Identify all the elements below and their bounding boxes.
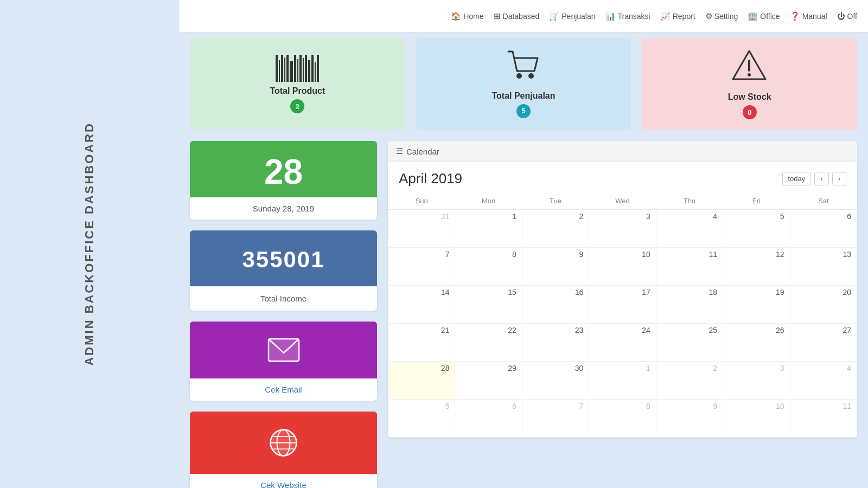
total-penjualan-badge: 5 — [516, 104, 531, 118]
calendar-day-cell[interactable]: 9 — [522, 248, 589, 286]
calendar-day-cell[interactable]: 2 — [656, 362, 723, 400]
nav-databased[interactable]: ⊞ Databased — [494, 11, 540, 21]
nav-off[interactable]: ⏻ Off — [837, 11, 857, 21]
calendar-day-cell[interactable]: 23 — [522, 324, 589, 362]
globe-icon — [269, 428, 298, 458]
calendar-day-cell[interactable]: 11 — [790, 400, 857, 438]
calendar-day-header: Tue — [522, 192, 589, 210]
nav-penjualan[interactable]: 🛒 Penjualan — [549, 11, 595, 21]
day-number: 29 — [508, 364, 516, 373]
penjualan-icon: 🛒 — [549, 11, 559, 21]
income-card: 355001 Total Income — [190, 230, 377, 311]
calendar-day-cell[interactable]: 8 — [455, 248, 522, 286]
calendar-week-row: 14151617181920 — [388, 286, 857, 324]
calendar-day-cell[interactable]: 25 — [656, 324, 723, 362]
calendar-day-cell[interactable]: 9 — [656, 400, 723, 438]
report-icon: 📈 — [660, 11, 671, 21]
calendar-day-cell[interactable]: 15 — [455, 286, 522, 324]
calendar-day-cell[interactable]: 4 — [790, 362, 857, 400]
calendar-day-cell[interactable]: 14 — [388, 286, 455, 324]
calendar-container: ☰ Calendar April 2019 today ‹ › SunMonTu… — [388, 141, 857, 438]
calendar-month-title: April 2019 — [399, 170, 462, 187]
total-penjualan-card: Total Penjualan 5 — [416, 38, 631, 130]
date-label: Sunday 28, 2019 — [190, 197, 377, 220]
day-number: 27 — [843, 326, 851, 335]
day-number: 4 — [847, 364, 851, 373]
calendar-day-cell[interactable]: 20 — [790, 286, 857, 324]
calendar-day-cell[interactable]: 10 — [589, 248, 656, 286]
calendar-day-cell[interactable]: 1 — [589, 362, 656, 400]
left-column: 28 Sunday 28, 2019 355001 Total Income — [190, 141, 377, 488]
calendar-week-row: 2829301234 — [388, 362, 857, 400]
low-stock-card: Low Stock 0 — [642, 38, 857, 130]
calendar-day-header: Mon — [455, 192, 522, 210]
calendar-week-row: 21222324252627 — [388, 324, 857, 362]
calendar-day-cell[interactable]: 5 — [388, 400, 455, 438]
calendar-day-cell[interactable]: 31 — [388, 210, 455, 248]
calendar-day-cell[interactable]: 6 — [790, 210, 857, 248]
calendar-day-cell[interactable]: 10 — [723, 400, 790, 438]
day-number: 8 — [646, 402, 650, 410]
day-number: 31 — [441, 212, 450, 221]
calendar-day-cell[interactable]: 3 — [589, 210, 656, 248]
calendar-day-cell[interactable]: 3 — [723, 362, 790, 400]
website-link[interactable]: Cek Website — [190, 474, 377, 488]
day-number: 28 — [441, 364, 450, 373]
nav-office[interactable]: 🏢 Office — [748, 11, 780, 21]
nav-report[interactable]: 📈 Report — [660, 11, 695, 21]
day-number: 11 — [709, 250, 718, 259]
income-amount: 355001 — [190, 230, 377, 286]
calendar-day-cell[interactable]: 30 — [522, 362, 589, 400]
day-number: 17 — [642, 288, 650, 297]
calendar-day-cell[interactable]: 7 — [388, 248, 455, 286]
calendar-day-cell[interactable]: 26 — [723, 324, 790, 362]
day-number: 10 — [776, 402, 784, 410]
calendar-day-cell[interactable]: 4 — [656, 210, 723, 248]
day-number: 20 — [843, 288, 851, 297]
today-button[interactable]: today — [782, 172, 812, 185]
calendar-day-cell[interactable]: 19 — [723, 286, 790, 324]
middle-row: 28 Sunday 28, 2019 355001 Total Income — [190, 141, 857, 488]
website-icon-container — [190, 412, 377, 474]
day-number: 5 — [780, 212, 784, 221]
calendar-day-cell[interactable]: 7 — [522, 400, 589, 438]
calendar-day-cell[interactable]: 29 — [455, 362, 522, 400]
calendar-day-cell[interactable]: 12 — [723, 248, 790, 286]
calendar-day-cell[interactable]: 28 — [388, 362, 455, 400]
calendar-day-cell[interactable]: 11 — [656, 248, 723, 286]
calendar-day-cell[interactable]: 1 — [455, 210, 522, 248]
calendar-grid: SunMonTueWedThuFriSat 311234567891011121… — [388, 192, 857, 438]
low-stock-badge: 0 — [743, 105, 757, 119]
calendar-day-header: Fri — [723, 192, 790, 210]
calendar-day-cell[interactable]: 8 — [589, 400, 656, 438]
prev-month-button[interactable]: ‹ — [814, 172, 828, 185]
calendar-day-cell[interactable]: 16 — [522, 286, 589, 324]
day-number: 13 — [843, 250, 851, 259]
calendar-day-cell[interactable]: 5 — [723, 210, 790, 248]
calendar-day-cell[interactable]: 18 — [656, 286, 723, 324]
date-card: 28 Sunday 28, 2019 — [190, 141, 377, 220]
nav-home[interactable]: 🏠 Home — [451, 11, 483, 21]
calendar-day-cell[interactable]: 27 — [790, 324, 857, 362]
email-link[interactable]: Cek Email — [190, 378, 377, 401]
next-month-button[interactable]: › — [832, 172, 846, 185]
calendar-day-header: Thu — [656, 192, 723, 210]
nav-setting[interactable]: ⚙ Setting — [705, 11, 738, 21]
calendar-day-cell[interactable]: 22 — [455, 324, 522, 362]
day-number: 23 — [575, 326, 584, 335]
day-number: 26 — [776, 326, 784, 335]
calendar-day-cell[interactable]: 17 — [589, 286, 656, 324]
day-number: 3 — [646, 212, 650, 221]
calendar-day-cell[interactable]: 2 — [522, 210, 589, 248]
calendar-nav: today ‹ › — [782, 172, 847, 185]
nav-manual[interactable]: ❓ Manual — [790, 11, 827, 21]
nav-transaksi[interactable]: 📊 Transaksi — [605, 11, 650, 21]
warning-icon — [732, 49, 767, 88]
income-label: Total Income — [190, 286, 377, 311]
day-number: 24 — [642, 326, 650, 335]
calendar-day-header: Wed — [589, 192, 656, 210]
calendar-day-cell[interactable]: 24 — [589, 324, 656, 362]
calendar-day-cell[interactable]: 6 — [455, 400, 522, 438]
calendar-day-cell[interactable]: 13 — [790, 248, 857, 286]
calendar-day-cell[interactable]: 21 — [388, 324, 455, 362]
